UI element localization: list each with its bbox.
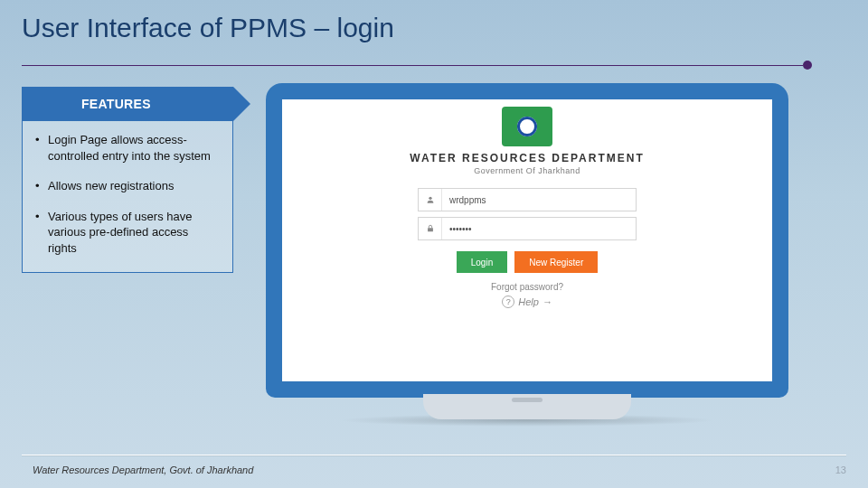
lock-icon <box>419 218 442 239</box>
slide-title: User Interface of PPMS – login <box>22 13 394 43</box>
title-divider <box>22 65 803 66</box>
list-item: Various types of users have various pre-… <box>35 209 220 257</box>
password-input[interactable] <box>442 218 636 239</box>
footer-divider <box>22 455 846 455</box>
user-icon <box>419 189 442 211</box>
department-title: WATER RESOURCES DEPARTMENT <box>400 152 655 164</box>
department-subtitle: Government Of Jharkhand <box>400 166 655 175</box>
username-field-wrap[interactable] <box>418 188 637 211</box>
new-register-button[interactable]: New Register <box>514 251 598 273</box>
username-input[interactable] <box>442 189 636 211</box>
help-icon: ? <box>502 296 514 308</box>
help-label: Help <box>518 296 539 307</box>
button-row: Login New Register <box>400 251 655 273</box>
login-button[interactable]: Login <box>457 251 507 273</box>
svg-point-0 <box>429 197 431 200</box>
forgot-password-link[interactable]: Forgot password? <box>491 282 563 292</box>
laptop-screen: WATER RESOURCES DEPARTMENT Government Of… <box>282 99 772 381</box>
features-header: FEATURES <box>22 87 233 121</box>
laptop-bezel: WATER RESOURCES DEPARTMENT Government Of… <box>266 83 788 398</box>
divider-dot-icon <box>803 61 812 70</box>
arrow-right-icon: → <box>542 296 552 307</box>
features-panel: FEATURES Login Page allows access-contro… <box>22 87 233 273</box>
features-list-box: Login Page allows access-controlled entr… <box>22 121 233 273</box>
list-item: Allows new registrations <box>35 178 220 194</box>
password-field-wrap[interactable] <box>418 217 637 240</box>
slide: User Interface of PPMS – login FEATURES … <box>0 0 868 488</box>
footer-org: Water Resources Department, Govt. of Jha… <box>33 465 253 475</box>
emblem-icon <box>502 107 552 146</box>
laptop-graphic: WATER RESOURCES DEPARTMENT Government Of… <box>266 83 788 427</box>
list-item: Login Page allows access-controlled entr… <box>35 132 220 164</box>
svg-rect-1 <box>428 228 433 231</box>
laptop-base <box>423 394 631 419</box>
page-number: 13 <box>835 465 846 475</box>
help-link[interactable]: ? Help → <box>400 296 655 308</box>
login-card: WATER RESOURCES DEPARTMENT Government Of… <box>400 107 655 308</box>
